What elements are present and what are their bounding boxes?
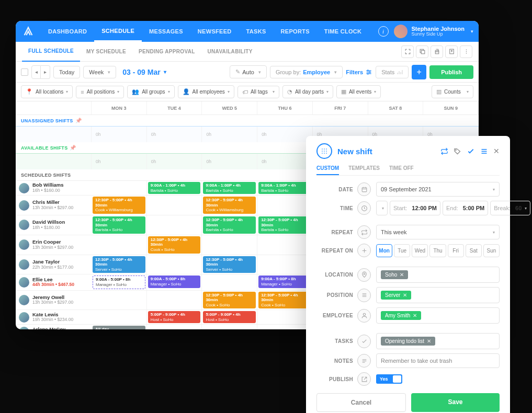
repeat-action-icon[interactable] xyxy=(440,147,448,155)
filter-positions[interactable]: ≡All positions▾ xyxy=(76,86,124,98)
shift-block[interactable]: 12:30P - 5:00P • 4h 30minServer • SoHo xyxy=(203,256,256,273)
shift-block[interactable]: 9:00A - 5:00P • 8hManager • SoHo xyxy=(93,276,145,289)
shift-block[interactable]: 12:30P - 5:00P • 4h 30minCook • SoHo xyxy=(258,292,311,309)
schedule-cell[interactable]: 5:00P - 9:00P • 4hHost • SoHo xyxy=(202,310,257,324)
date-input[interactable]: 09 September 2021▾ xyxy=(376,182,500,197)
schedule-cell[interactable]: 12:30P - 5:00P • 4h 30minCook • SoHo xyxy=(202,291,257,310)
subtab-my-schedule[interactable]: MY SCHEDULE xyxy=(80,42,132,62)
day-btn-wed[interactable]: Wed xyxy=(412,244,428,257)
remove-icon[interactable]: ✕ xyxy=(413,313,417,318)
prev-week-button[interactable]: ◂ xyxy=(31,65,41,79)
unassigned-header[interactable]: UNASSIGNED SHIFTS📌 xyxy=(16,115,479,127)
counts-select[interactable]: ▥Counts▾ xyxy=(432,85,473,98)
tasks-input[interactable]: Opening todo list✕ xyxy=(376,333,500,349)
publish-button[interactable]: Publish xyxy=(429,65,473,79)
time-caret[interactable]: ▾ xyxy=(376,201,388,215)
employee-cell[interactable]: Kate Lewis19h 30min • $234.00 xyxy=(16,310,92,324)
day-btn-thu[interactable]: Thu xyxy=(429,244,446,257)
day-btn-sat[interactable]: Sat xyxy=(466,244,482,257)
location-input[interactable]: Soho✕ xyxy=(376,267,500,283)
employee-input[interactable]: Amy Smith✕ xyxy=(376,307,500,324)
shift-block[interactable]: 12:30P - 5:00P • 4h 30minBarista • SoHo xyxy=(93,216,145,234)
subtab-pending-approval[interactable]: PENDING APPROVAL xyxy=(132,42,201,62)
nav-newsfeed[interactable]: NEWSFEED xyxy=(190,21,239,42)
remove-icon[interactable]: ✕ xyxy=(427,338,431,344)
schedule-cell[interactable]: 12:30P - 5:00P • 4h 30minBarista • SoHo xyxy=(202,215,257,235)
shift-block[interactable]: 9:00A - 1:00P • 4hBarista • SoHo xyxy=(148,182,201,194)
employee-cell[interactable]: Ellie Lee44h 30min • $467.50 xyxy=(16,274,92,290)
date-range[interactable]: 03 - 09 Mar▾ xyxy=(119,68,169,76)
schedule-cell[interactable]: 9:00A - 1:00P • 4hBarista • SoHo xyxy=(257,181,313,195)
nav-time clock[interactable]: TIME CLOCK xyxy=(317,21,369,42)
schedule-cell[interactable] xyxy=(147,255,202,274)
info-icon[interactable]: i xyxy=(378,26,389,37)
schedule-cell[interactable]: 12:30P - 5:00P • 4h 30minServer • SoHo xyxy=(202,255,257,274)
notes-input[interactable]: Remember to take out trash xyxy=(376,353,500,368)
today-button[interactable]: Today xyxy=(53,66,80,78)
schedule-cell[interactable]: 12:30P - 5:00P • 4h 30minBarista • SoHo xyxy=(257,215,313,235)
schedule-cell[interactable] xyxy=(92,235,147,255)
nav-dashboard[interactable]: DASHBOARD xyxy=(41,21,94,42)
fullscreen-icon[interactable] xyxy=(401,45,414,58)
schedule-cell[interactable] xyxy=(147,291,202,310)
break-input[interactable]: Break:60▾ xyxy=(490,201,530,215)
schedule-cell[interactable]: 12:30P - 5:00P • 4h 30minCook • Williams… xyxy=(202,196,257,215)
subtab-full-schedule[interactable]: FULL SCHEDULE xyxy=(22,42,80,62)
shift-block[interactable]: 9:00A - 5:00P • 8hManager • SoHo xyxy=(258,276,311,288)
schedule-cell[interactable] xyxy=(257,325,313,329)
shift-block[interactable]: 12:30P - 5:00P • 4h 30minCook • Williams… xyxy=(203,197,256,214)
schedule-cell[interactable]: 9:00A - 1:00P • 4hBarista • SoHo xyxy=(147,181,202,195)
employee-cell[interactable]: David Willson18h • $180.00 xyxy=(16,215,92,235)
panel-tab-time off[interactable]: TIME OFF xyxy=(389,162,414,175)
tag-action-icon[interactable] xyxy=(454,147,461,155)
shift-block[interactable]: 12:30P - 5:00P • 4h 30minBarista • SoHo xyxy=(203,216,256,234)
export-icon[interactable] xyxy=(445,45,458,58)
auto-button[interactable]: ✎Auto▾ xyxy=(230,65,267,78)
schedule-cell[interactable]: 5:00P - 9:00P • 4hHost • SoHo xyxy=(147,310,202,324)
check-action-icon[interactable] xyxy=(467,147,475,155)
schedule-cell[interactable] xyxy=(257,255,313,274)
schedule-cell[interactable]: 9:00A - 1:00P • 4hBarista • SoHo xyxy=(202,181,257,195)
cancel-button[interactable]: Cancel xyxy=(316,393,406,412)
shift-block[interactable]: 12:30P - 5:00P • 4h 30minBarista • SoHo xyxy=(258,216,311,234)
nav-messages[interactable]: MESSAGES xyxy=(142,21,190,42)
subtab-unavailability[interactable]: UNAVAILABILITY xyxy=(201,42,259,62)
schedule-cell[interactable] xyxy=(202,325,257,329)
nav-tasks[interactable]: TASKS xyxy=(239,21,274,42)
add-button[interactable]: + xyxy=(412,65,426,79)
schedule-cell[interactable]: 12:30P - 5:00P • 4h 30minServer • SoHo xyxy=(92,255,147,274)
shift-block[interactable]: 9:00A - 5:00P • 8hManager • SoHo xyxy=(148,276,201,288)
list-action-icon[interactable] xyxy=(480,147,488,155)
filter-groups[interactable]: 👥All groups▾ xyxy=(127,85,174,98)
shift-block[interactable]: 5:00P - 9:00P • 4hHost • SoHo xyxy=(148,311,201,323)
shift-block[interactable]: 12:30P - 5:00P • 4h 30minCook • SoHo xyxy=(148,236,201,254)
position-input[interactable]: Server✕ xyxy=(376,287,500,303)
schedule-cell[interactable] xyxy=(147,196,202,215)
select-all-checkbox[interactable] xyxy=(21,68,28,76)
view-range-select[interactable]: Week▾ xyxy=(83,66,116,78)
filter-employees[interactable]: 👤All employees▾ xyxy=(178,85,234,98)
day-btn-tue[interactable]: Tue xyxy=(394,244,410,257)
shift-block[interactable]: 9:00A - 1:00P • 4hBarista • SoHo xyxy=(203,182,256,194)
schedule-cell[interactable]: All dayServer • SoHo xyxy=(92,325,147,329)
schedule-cell[interactable] xyxy=(257,196,313,215)
schedule-cell[interactable] xyxy=(202,274,257,290)
employee-cell[interactable]: Jane Taylor22h 30min • $177.00 xyxy=(16,255,92,274)
schedule-cell[interactable] xyxy=(147,215,202,235)
copy-icon[interactable] xyxy=(416,45,428,58)
shift-block[interactable]: All dayServer • SoHo xyxy=(93,326,145,329)
filter-locations[interactable]: 📍All locations▾ xyxy=(21,85,73,98)
schedule-cell[interactable]: 12:30P - 5:00P • 4h 30minCook • SoHo xyxy=(257,291,313,310)
employee-cell[interactable]: Bob Williams16h • $160.00 xyxy=(16,181,92,195)
nav-reports[interactable]: REPORTS xyxy=(274,21,317,42)
publish-toggle[interactable]: Yes xyxy=(376,374,402,384)
print-icon[interactable] xyxy=(431,45,443,58)
filters-button[interactable]: Filters xyxy=(346,68,372,76)
day-btn-sun[interactable]: Sun xyxy=(483,244,500,257)
schedule-cell[interactable] xyxy=(92,291,147,310)
schedule-cell[interactable] xyxy=(202,235,257,255)
save-button[interactable]: Save xyxy=(411,393,500,412)
schedule-cell[interactable] xyxy=(92,310,147,324)
shift-block[interactable]: 12:30P - 5:00P • 4h 30minCook • Williams… xyxy=(93,197,145,214)
more-icon[interactable] xyxy=(460,45,472,58)
